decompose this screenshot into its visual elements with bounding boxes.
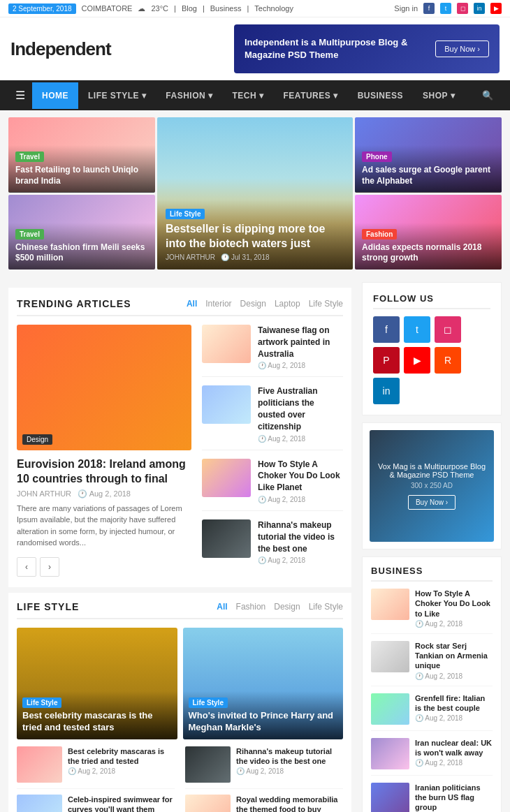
social-facebook-btn[interactable]: f: [373, 316, 400, 343]
lifestyle-tab-lifestyle[interactable]: Life Style: [309, 602, 343, 612]
lifestyle-tabs: All Fashion Design Life Style: [217, 602, 343, 612]
trending-item-content: Taiwanese flag on artwork painted in Aus…: [258, 325, 343, 369]
trending-header: TRENDING ARTICLES All Interior Design La…: [17, 298, 343, 316]
social-linkedin-btn[interactable]: in: [373, 378, 400, 404]
trending-tabs: All Interior Design Laptop Life Style: [187, 299, 343, 309]
top-bar-date: 2 September, 2018: [8, 3, 76, 14]
trending-title: TRENDING ARTICLES: [17, 298, 131, 309]
social-yt-icon[interactable]: ▶: [490, 3, 502, 14]
lifestyle-tab-design[interactable]: Design: [274, 602, 300, 612]
trending-tab-laptop[interactable]: Laptop: [275, 299, 300, 309]
list-item[interactable]: Best celebrity mascaras is the tried and…: [17, 746, 175, 789]
hero-card-3[interactable]: Phone Ad sales surge at Google parent th…: [355, 117, 502, 193]
hero-card3-tag: Phone: [362, 152, 392, 162]
social-twitter-btn[interactable]: t: [404, 316, 430, 343]
lifestyle-tab-all[interactable]: All: [217, 602, 227, 612]
business-item-img: [371, 738, 409, 769]
business-item-img: [371, 589, 409, 620]
list-item[interactable]: Five Australian politicians the ousted o…: [202, 385, 343, 450]
lifestyle-card2-tag: Life Style: [189, 697, 228, 708]
nav-fashion[interactable]: FASHION ▾: [156, 82, 222, 109]
hero-left: Travel Fast Retailing to launch Uniqlo b…: [8, 117, 155, 270]
hero-card-2[interactable]: Travel Chinese fashion firm Meili seeks …: [8, 195, 155, 270]
site-logo[interactable]: Independent: [10, 38, 111, 60]
nav-shop[interactable]: SHOP ▾: [413, 82, 465, 109]
social-instagram-btn[interactable]: ◻: [435, 316, 461, 343]
sign-in-link[interactable]: Sign in: [394, 4, 418, 13]
lifestyle-card1-tag: Life Style: [22, 697, 61, 708]
nav-features[interactable]: FEATURES ▾: [274, 82, 348, 109]
trending-item-img: [202, 519, 251, 558]
trending-main-text: There are many variations of passages of…: [17, 503, 191, 549]
lifestyle-card-1[interactable]: Life Style Best celebrity mascaras is th…: [17, 628, 177, 739]
social-youtube-btn[interactable]: ▶: [404, 347, 430, 374]
social-tw-icon[interactable]: t: [440, 3, 451, 14]
list-item[interactable]: Rock star Serj Tankian on Armenia unique…: [371, 641, 493, 686]
hamburger-icon[interactable]: ☰: [8, 80, 32, 110]
header-buy-btn[interactable]: Buy Now ›: [435, 40, 489, 57]
list-item[interactable]: Iran nuclear deal: UK is won't walk away…: [371, 738, 493, 776]
social-li-icon[interactable]: in: [474, 3, 485, 14]
list-item[interactable]: How To Style A Choker You Do Look Like P…: [202, 459, 343, 511]
ls-item-title: Best celebrity mascaras is the tried and…: [68, 746, 175, 767]
nav-tech[interactable]: TECH ▾: [223, 82, 274, 109]
trending-list: Taiwanese flag on artwork painted in Aus…: [202, 325, 343, 577]
list-item[interactable]: Iranian politicians the burn US flag gro…: [371, 783, 493, 812]
trending-tab-all[interactable]: All: [187, 299, 197, 309]
top-bar-temp: 23°C: [151, 4, 168, 13]
ls-item-date: 🕐 Aug 2, 2018: [236, 767, 343, 775]
list-item[interactable]: Rihanna's makeup tutorial the video is t…: [202, 519, 343, 571]
business-item-title: How To Style A Choker You Do Look to Lik…: [415, 589, 493, 619]
lifestyle-header: LIFE STYLE All Fashion Design Life Style: [17, 601, 343, 619]
nav-home[interactable]: HOME: [32, 82, 78, 109]
business-item-title: Grenfell fire: Italian is the best coupl…: [415, 693, 493, 714]
trending-section: TRENDING ARTICLES All Interior Design La…: [8, 288, 351, 587]
list-item[interactable]: How To Style A Choker You Do Look to Lik…: [371, 589, 493, 634]
social-ig-icon[interactable]: ◻: [457, 3, 468, 14]
social-pinterest-btn[interactable]: P: [373, 347, 400, 374]
trending-tab-interior[interactable]: Interior: [205, 299, 231, 309]
ad-buy-btn[interactable]: Buy Now ›: [408, 495, 456, 510]
top-bar-tech[interactable]: Technology: [254, 4, 293, 13]
nav-lifestyle[interactable]: LIFE STYLE ▾: [78, 82, 156, 109]
top-bar-blog[interactable]: Blog: [182, 4, 197, 13]
trending-item-content: How To Style A Choker You Do Look Like P…: [258, 459, 343, 503]
hero-card1-title: Fast Retailing to launch Uniqlo brand In…: [15, 165, 148, 186]
lifestyle-card-2[interactable]: Life Style Who's invited to Prince Harry…: [183, 628, 344, 739]
hero-center-tag: Life Style: [166, 209, 205, 219]
lifestyle-tab-fashion[interactable]: Fashion: [236, 602, 266, 612]
search-icon[interactable]: 🔍: [474, 82, 502, 109]
trending-item-img: [202, 385, 251, 424]
prev-page-btn[interactable]: ‹: [17, 557, 36, 577]
trending-item-date: 🕐 Aug 2, 2018: [258, 496, 343, 503]
next-page-btn[interactable]: ›: [40, 557, 59, 577]
lifestyle-card2-title: Who's invited to Prince Harry and Meghan…: [189, 710, 338, 734]
list-item[interactable]: Grenfell fire: Italian is the best coupl…: [371, 693, 493, 731]
business-box: BUSINESS How To Style A Choker You Do Lo…: [362, 556, 502, 812]
trending-tab-lifestyle[interactable]: Life Style: [309, 299, 343, 309]
list-item[interactable]: Royal wedding memorabilia the themed foo…: [185, 795, 343, 812]
hero-center-date: Jul 31, 2018: [231, 253, 270, 261]
banner-text: Independent is a Multipurpose Blog & Mag…: [245, 36, 435, 61]
top-bar-left: 2 September, 2018 COIMBATORE ☁ 23°C | Bl…: [8, 3, 293, 14]
hero-center[interactable]: Life Style Bestseller is dipping more to…: [157, 117, 353, 270]
social-reddit-btn[interactable]: R: [435, 347, 461, 374]
hero-card4-title: Adidas expects normalis 2018 strong grow…: [362, 242, 495, 264]
nav-business[interactable]: BUSINESS: [348, 82, 413, 109]
hero-card2-title: Chinese fashion firm Meili seeks $500 mi…: [15, 242, 148, 264]
list-item[interactable]: Celeb-inspired swimwear for curves you'l…: [17, 795, 175, 812]
trending-main-title[interactable]: Eurovision 2018: Ireland among 10 countr…: [17, 457, 191, 487]
list-item[interactable]: Rihanna's makeup tutorial the video is t…: [185, 746, 343, 789]
lifestyle-section: LIFE STYLE All Fashion Design Life Style…: [8, 593, 351, 812]
trending-tab-design[interactable]: Design: [240, 299, 266, 309]
social-fb-icon[interactable]: f: [423, 3, 435, 14]
business-item-date: 🕐 Aug 2, 2018: [415, 620, 493, 628]
top-bar-sep3: |: [247, 4, 249, 13]
list-item[interactable]: Taiwanese flag on artwork painted in Aus…: [202, 325, 343, 377]
top-bar-business[interactable]: Business: [210, 4, 242, 13]
hero-card-1[interactable]: Travel Fast Retailing to launch Uniqlo b…: [8, 117, 155, 193]
business-item-title: Iran nuclear deal: UK is won't walk away: [415, 738, 493, 758]
hero-card1-tag: Travel: [15, 152, 44, 162]
hero-card-4[interactable]: Fashion Adidas expects normalis 2018 str…: [355, 195, 502, 270]
header: Independent Independent is a Multipurpos…: [0, 17, 510, 80]
